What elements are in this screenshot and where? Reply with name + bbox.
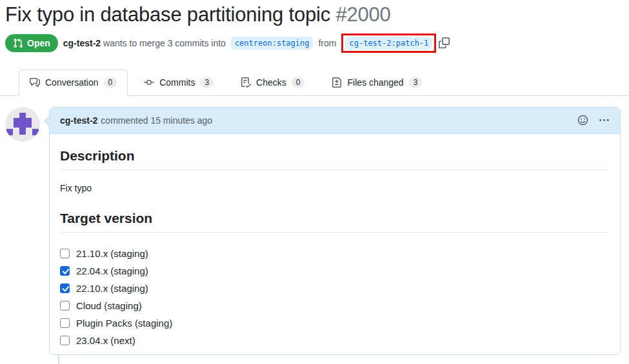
- git-pull-request-icon: [13, 38, 23, 48]
- tab-files-changed-count: 3: [409, 77, 423, 88]
- pr-header: Fix typo in database partitioning topic …: [0, 0, 629, 53]
- from-text: from: [318, 38, 336, 48]
- comment-options-button[interactable]: [599, 115, 610, 126]
- version-label: 23.04.x (next): [76, 335, 135, 346]
- tab-conversation[interactable]: Conversation 0: [19, 70, 128, 96]
- comment-discussion-icon: [30, 77, 40, 88]
- checklist-icon: [241, 77, 251, 88]
- base-branch-label: centreon:staging: [231, 37, 314, 50]
- version-checkbox-23-04[interactable]: [60, 336, 70, 345]
- pr-state-badge: Open: [5, 34, 58, 52]
- add-reaction-button[interactable]: [577, 115, 588, 126]
- pr-meta-row: Open cg-test-2 wants to merge 3 commits …: [5, 34, 623, 53]
- copy-icon: [439, 37, 450, 48]
- version-label: 21.10.x (staging): [76, 248, 148, 259]
- pr-author[interactable]: cg-test-2: [63, 38, 101, 48]
- pr-title-text: Fix typo in database partitioning topic: [5, 3, 330, 26]
- file-diff-icon: [332, 77, 342, 88]
- tab-commits-label: Commits: [159, 77, 195, 89]
- version-checkbox-22-04[interactable]: [60, 266, 70, 276]
- description-text: Fix typo: [60, 183, 609, 193]
- pr-number: #2000: [335, 3, 390, 26]
- comment-author[interactable]: cg-test-2: [60, 114, 97, 127]
- task-item[interactable]: 21.10.x (staging): [60, 245, 609, 262]
- pr-title: Fix typo in database partitioning topic …: [5, 3, 623, 28]
- pr-action-text: wants to merge 3 commits into: [103, 38, 226, 48]
- task-item[interactable]: 22.04.x (staging): [60, 262, 609, 280]
- timeline-line: [58, 355, 59, 364]
- tab-checks-label: Checks: [256, 77, 286, 89]
- kebab-horizontal-icon: [599, 115, 610, 126]
- comment-header-actions: [577, 115, 610, 126]
- pr-state-label: Open: [27, 38, 50, 48]
- comment-body: Description Fix typo Target version 21.1…: [50, 148, 620, 354]
- head-branch-label: cg-test-2:patch-1: [345, 37, 432, 50]
- comment-timestamp: commented 15 minutes ago: [101, 114, 212, 127]
- version-label: Cloud (staging): [76, 300, 142, 311]
- target-version-list: 21.10.x (staging) 22.04.x (staging) 22.1…: [60, 245, 609, 349]
- description-heading: Description: [60, 148, 609, 170]
- task-item[interactable]: Cloud (staging): [60, 297, 609, 314]
- tab-files-changed[interactable]: Files changed 3: [321, 70, 433, 96]
- annotation-highlight-box: cg-test-2:patch-1: [341, 34, 436, 53]
- version-label: Plugin Packs (staging): [76, 318, 172, 329]
- task-item[interactable]: Plugin Packs (staging): [60, 314, 609, 332]
- task-item[interactable]: 23.04.x (next): [60, 332, 609, 349]
- comment-card: cg-test-2 commented 15 minutes ago: [49, 107, 621, 355]
- tab-checks-count: 0: [292, 77, 305, 88]
- target-version-heading: Target version: [60, 211, 609, 233]
- version-checkbox-21-10[interactable]: [60, 249, 70, 258]
- git-commit-icon: [144, 77, 154, 88]
- copy-branch-button[interactable]: [439, 37, 450, 48]
- pr-tab-nav: Conversation 0 Commits 3 Checks 0 Files …: [0, 69, 629, 96]
- tab-checks[interactable]: Checks 0: [230, 70, 315, 96]
- version-checkbox-cloud[interactable]: [60, 301, 70, 311]
- version-checkbox-plugin-packs[interactable]: [60, 318, 70, 328]
- task-item[interactable]: 22.10.x (staging): [60, 280, 609, 297]
- comment-header: cg-test-2 commented 15 minutes ago: [50, 108, 620, 134]
- version-checkbox-22-10[interactable]: [60, 283, 70, 293]
- tab-conversation-label: Conversation: [45, 77, 99, 89]
- tab-commits[interactable]: Commits 3: [133, 70, 225, 96]
- smiley-icon: [577, 115, 588, 126]
- version-label: 22.10.x (staging): [76, 283, 148, 294]
- timeline: cg-test-2 commented 15 minutes ago: [0, 107, 629, 355]
- tab-files-changed-label: Files changed: [347, 77, 403, 89]
- version-label: 22.04.x (staging): [76, 265, 148, 276]
- avatar[interactable]: [5, 107, 40, 142]
- tab-commits-count: 3: [200, 77, 214, 88]
- tab-conversation-count: 0: [104, 77, 117, 88]
